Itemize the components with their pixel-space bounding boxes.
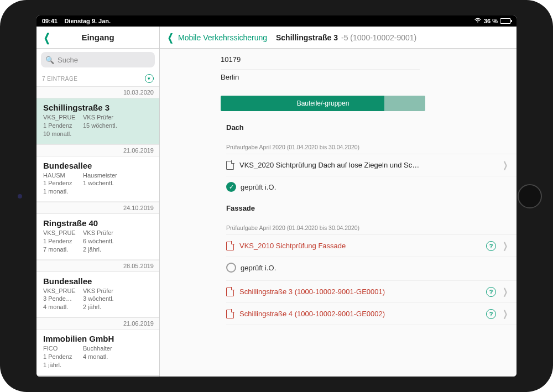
list-item[interactable]: Schillingstraße 3 VKS_PRUEVKS Prüfer 1 P… (36, 98, 159, 144)
check-circle-icon: ✓ (226, 182, 236, 192)
list-date: 21.06.2019 (36, 144, 159, 156)
city-field[interactable]: Berlin (221, 70, 420, 87)
list-meta: 1 Pendenz (43, 179, 77, 187)
unchecked-circle-icon (226, 263, 236, 273)
list-item[interactable]: Ringstraße 40 VKS_PRUEVKS Prüfer 1 Pende… (36, 214, 159, 260)
search-placeholder: Suche (58, 56, 78, 64)
tab-label: Bauteile/-gruppen (297, 100, 349, 107)
status-label: geprüft i.O. (241, 264, 276, 272)
list-meta: 1 Pendenz (43, 122, 77, 130)
list-meta: 1 monatl. (43, 187, 77, 196)
list-meta: 1 Pendenz (43, 237, 77, 245)
sidebar: ❮ Eingang 🔍 Suche 7 EINTRÄGE ▾ 10.03.202… (36, 27, 160, 377)
list-item-title: Immobilien GmbH (43, 334, 153, 343)
content-scroll[interactable]: 10179 Berlin Bauteile/-gruppen Dach Prüf… (160, 49, 517, 377)
list-meta: 3 wöchentl. (83, 295, 114, 303)
list-meta: 2 jährl. (83, 303, 101, 311)
task-row[interactable]: Schillingstraße 4 (1000-10002-9001-GE000… (226, 303, 517, 325)
chevron-right-icon: ❯ (503, 241, 508, 251)
task-text: VKS_2020 Sichtprüfung Dach auf lose Zieg… (239, 161, 496, 169)
help-icon[interactable]: ? (486, 309, 496, 319)
task-text: Schillingstraße 4 (1000-10002-9001-GE000… (239, 310, 481, 318)
list-meta: 6 wöchentl. (83, 237, 114, 245)
section-fassade: Fassade (226, 204, 517, 212)
status-row[interactable]: geprüft i.O. (226, 263, 517, 273)
section-dach: Dach (226, 123, 517, 132)
list-item[interactable]: Bundesallee VKS_PRUEVKS Prüfer 3 Pende…3… (36, 272, 159, 318)
home-button[interactable] (518, 184, 542, 208)
list-meta: 4 monatl. (83, 353, 108, 361)
status-bar: 09:41 Dienstag 9. Jan. 36 % (36, 15, 517, 27)
list-meta: FICO (43, 344, 77, 353)
task-meta: Prüfaufgabe April 2020 (01.04.2020 bis 3… (226, 144, 517, 150)
chevron-right-icon: ❯ (503, 286, 508, 297)
list-item-title: Ringstraße 40 (43, 218, 153, 228)
search-input[interactable]: 🔍 Suche (41, 52, 155, 67)
tab-bauteile[interactable]: Bauteile/-gruppen (221, 96, 425, 111)
document-icon (226, 161, 234, 170)
list-item[interactable]: Immobilien GmbH FICOBuchhalter 1 Pendenz… (36, 330, 159, 375)
main-panel: ❮ Mobile Verkehrssicherung Schillingstra… (160, 27, 517, 377)
task-row[interactable]: Schillingstraße 3 (1000-10002-9001-GE000… (226, 280, 517, 303)
list-meta: VKS Prüfer (83, 113, 113, 122)
list-meta: Buchhalter (83, 344, 112, 353)
battery-icon (500, 18, 511, 24)
chevron-right-icon: ❯ (503, 160, 508, 170)
entries-count: 7 EINTRÄGE (42, 76, 77, 82)
list-meta: VKS_PRUE (43, 229, 77, 237)
postal-field[interactable]: 10179 (221, 52, 420, 70)
filter-icon[interactable]: ▾ (145, 74, 154, 83)
help-icon[interactable]: ? (486, 287, 496, 297)
status-date: Dienstag 9. Jan. (64, 18, 111, 24)
list-meta: Hausmeister (83, 171, 117, 180)
list-meta: 4 monatl. (43, 303, 77, 311)
help-icon[interactable]: ? (486, 241, 496, 251)
sidebar-list[interactable]: 10.03.2020 Schillingstraße 3 VKS_PRUEVKS… (36, 86, 159, 377)
list-item-title: Bundesallee (43, 276, 153, 286)
status-label: geprüft i.O. (241, 183, 276, 191)
list-date: 28.05.2019 (36, 260, 159, 272)
list-meta: 15 wöchentl. (83, 122, 117, 130)
list-item-title: Bundesallee (43, 161, 153, 170)
list-meta: VKS_PRUE (43, 287, 77, 295)
list-meta: 7 monatl. (43, 245, 77, 254)
task-text: Schillingstraße 3 (1000-10002-9001-GE000… (239, 288, 481, 296)
list-meta: 1 wöchentl. (83, 179, 114, 187)
task-meta: Prüfaufgabe April 2020 (01.04.2020 bis 3… (226, 224, 517, 231)
back-icon[interactable]: ❮ (44, 31, 50, 44)
list-date: 21.06.2019 (36, 317, 159, 330)
list-meta: 2 jährl. (83, 245, 101, 254)
sidebar-header: ❮ Eingang (36, 27, 159, 49)
main-header: ❮ Mobile Verkehrssicherung Schillingstra… (160, 27, 517, 49)
document-icon (226, 242, 234, 250)
chevron-right-icon: ❯ (503, 309, 508, 319)
status-right: 36 % (474, 18, 511, 24)
page-title-suffix: -5 (1000-10002-9001) (341, 33, 416, 42)
list-item-title: Schillingstraße 3 (43, 103, 153, 112)
task-row[interactable]: VKS_2020 Sichtprüfung Dach auf lose Zieg… (226, 154, 517, 176)
list-meta: VKS_PRUE (43, 113, 77, 122)
breadcrumb-back-icon[interactable]: ❮ (168, 32, 174, 44)
battery-percent: 36 % (484, 18, 498, 24)
status-left: 09:41 Dienstag 9. Jan. (42, 18, 111, 24)
list-meta: 1 jährl. (43, 361, 77, 369)
list-meta: VKS Prüfer (83, 287, 113, 295)
list-date: 24.10.2019 (36, 202, 159, 214)
list-item[interactable]: Bundesallee HAUSMHausmeister 1 Pendenz1 … (36, 156, 159, 202)
tablet-frame: 09:41 Dienstag 9. Jan. 36 % ❮ Eingang (0, 0, 553, 392)
document-icon (226, 310, 234, 318)
wifi-icon (474, 18, 482, 24)
screen: 09:41 Dienstag 9. Jan. 36 % ❮ Eingang (36, 15, 517, 377)
breadcrumb[interactable]: Mobile Verkehrssicherung (178, 33, 267, 42)
task-text: VKS_2010 Sichtprüfung Fassade (239, 242, 481, 250)
task-row[interactable]: VKS_2010 Sichtprüfung Fassade ? ❯ (226, 234, 517, 257)
document-icon (226, 288, 234, 296)
list-meta: 3 Pende… (43, 295, 77, 303)
list-date: 10.03.2020 (36, 86, 159, 98)
list-meta: 10 monatl. (43, 130, 77, 138)
page-title: Schillingstraße 3 (276, 33, 338, 42)
camera-dot (18, 194, 22, 198)
status-row[interactable]: ✓ geprüft i.O. (226, 182, 517, 192)
sidebar-title: Eingang (36, 33, 159, 42)
list-date: 01.04.2020 (36, 375, 159, 377)
